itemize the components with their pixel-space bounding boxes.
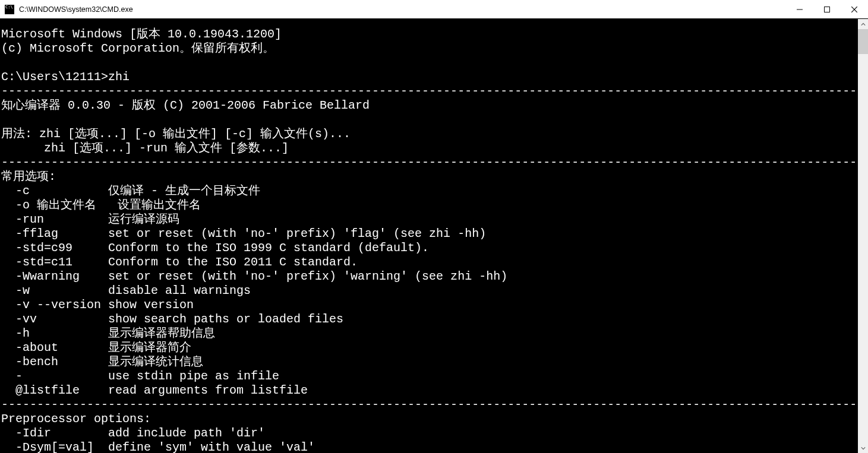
close-icon xyxy=(851,7,857,12)
maximize-button[interactable] xyxy=(813,0,841,18)
scroll-track[interactable] xyxy=(858,29,868,443)
scroll-up-button[interactable] xyxy=(858,19,868,29)
vertical-scrollbar[interactable] xyxy=(858,19,868,453)
svg-rect-0 xyxy=(797,9,803,9)
svg-rect-1 xyxy=(825,7,830,12)
chevron-up-icon xyxy=(861,22,866,27)
console-output[interactable]: Microsoft Windows [版本 10.0.19043.1200] (… xyxy=(0,19,858,453)
scroll-down-button[interactable] xyxy=(858,443,868,453)
chevron-down-icon xyxy=(861,446,866,451)
console-wrapper: Microsoft Windows [版本 10.0.19043.1200] (… xyxy=(0,19,868,453)
cmd-icon xyxy=(5,5,14,14)
close-button[interactable] xyxy=(841,0,868,18)
maximize-icon xyxy=(824,7,830,12)
titlebar: C:\WINDOWS\system32\CMD.exe xyxy=(0,0,868,19)
scroll-thumb[interactable] xyxy=(858,29,868,54)
window-controls xyxy=(786,0,868,18)
minimize-icon xyxy=(797,7,803,12)
window-title: C:\WINDOWS\system32\CMD.exe xyxy=(18,5,786,14)
minimize-button[interactable] xyxy=(786,0,813,18)
